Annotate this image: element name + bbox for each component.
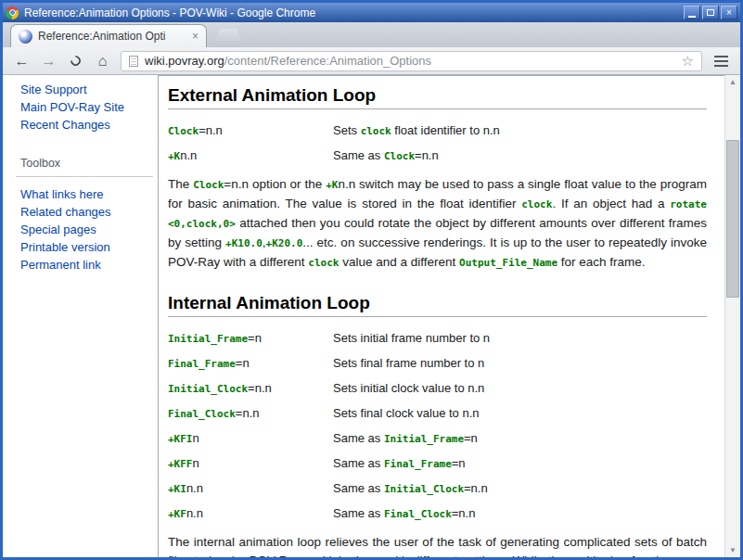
tab-close-icon[interactable]: × [192,31,199,42]
url-host: wiki.povray.org [145,54,224,68]
forward-button[interactable]: → [36,50,61,72]
definition-description: Same as Initial_Frame=n [333,430,707,447]
text-segment: value and a different [339,255,459,269]
window-titlebar[interactable]: Reference:Animation Options - POV-Wiki -… [3,3,740,22]
definition-list-internal: Initial_Frame=n Sets initial frame numbe… [168,330,707,522]
code-segment: Final_Frame [384,458,452,470]
scrollbar-thumb[interactable] [726,140,739,298]
sidebar-nav-list: Site Support Main POV-Ray Site Recent Ch… [20,81,150,134]
text-segment: n [193,431,199,445]
new-tab-button[interactable] [214,29,242,43]
sidebar-link[interactable]: Recent Changes [20,116,150,134]
minimize-icon [688,16,696,18]
text-segment: =n.n [464,481,488,495]
text-segment: =n [464,431,478,445]
definition-description: Sets initial frame number to n [333,330,707,347]
code-segment: Final_Clock [168,408,236,420]
definition-description: Same as Clock=n.n [333,147,707,164]
section-heading-external: External Animation Loop [168,80,707,109]
maximize-button[interactable] [702,6,719,19]
reload-button[interactable] [63,50,88,72]
page-icon [129,56,138,67]
minimize-button[interactable] [684,6,700,19]
code-segment: Initial_Clock [168,383,248,395]
code-segment: Initial_Clock [384,483,464,495]
hamburger-menu-icon [714,56,728,67]
home-icon: ⌂ [98,53,108,70]
text-segment: =n [248,331,262,345]
text-segment: The internal animation loop relieves the… [168,535,707,557]
sidebar-link[interactable]: Main POV-Ray Site [20,98,150,116]
close-button[interactable]: × [721,6,737,19]
back-button[interactable]: ← [9,50,34,72]
tab-title: Reference:Animation Opti [38,30,186,43]
section-heading-internal: Internal Animation Loop [168,287,707,317]
navigation-toolbar: ← → ⌂ wiki.povray.org/content/Reference:… [3,47,740,75]
text-segment: float identifier to n.n [391,123,500,137]
code-segment: +KFI [168,433,193,445]
definition-row: +KFIn Same as Initial_Frame=n [168,430,707,447]
code-segment: Final_Frame [168,358,236,370]
sidebar-link[interactable]: What links here [20,185,150,203]
window-controls: × [684,6,737,19]
paragraph-internal: The internal animation loop relieves the… [168,533,707,557]
definition-row: Initial_Frame=n Sets initial frame numbe… [168,330,707,347]
url-path: /content/Reference:Animation_Options [224,54,431,68]
home-button[interactable]: ⌂ [90,50,115,72]
definition-term: Initial_Frame=n [168,330,333,347]
sidebar-link[interactable]: Special pages [20,221,150,238]
text-segment: Same as [333,506,384,520]
vertical-scrollbar[interactable]: ▲ ▼ [724,75,740,557]
code-segment: +K [168,150,180,162]
address-bar[interactable]: wiki.povray.org/content/Reference:Animat… [121,51,702,71]
chrome-logo-icon [6,6,19,19]
tab-reference-animation-options[interactable]: Reference:Animation Opti × [10,24,207,47]
code-segment: Clock [168,125,199,137]
code-segment: +KF [168,508,186,520]
sidebar-link[interactable]: Related changes [20,203,150,221]
scroll-up-icon[interactable]: ▲ [725,75,740,89]
text-segment: =n.n [452,506,476,520]
text-segment: The [168,177,193,191]
toolbox-list: What links here Related changes Special … [20,185,150,274]
text-segment: Sets final clock value to n.n [333,406,480,420]
text-segment: =n.n [415,148,439,162]
definition-term: Clock=n.n [168,122,333,139]
text-segment: Sets initial clock value to n.n [333,381,484,395]
code-segment: +K20.0 [266,237,303,249]
sidebar-link[interactable]: Permanent link [20,256,150,274]
code-segment: +K10.0 [225,237,263,249]
definition-row: Initial_Clock=n.n Sets initial clock val… [168,380,707,397]
code-segment: +KI [168,483,186,495]
sidebar-link[interactable]: Printable version [20,238,150,256]
code-segment: Final_Clock [384,508,452,520]
toolbox-divider [16,176,153,177]
scroll-down-icon[interactable]: ▼ [725,543,740,557]
text-segment: . If an object had a [552,197,670,210]
definition-row: Final_Clock=n.n Sets final clock value t… [168,405,707,422]
code-segment: clock [521,198,552,210]
definition-term: +KFIn [168,430,333,447]
code-segment: +KFF [168,458,193,470]
bookmark-star-icon[interactable]: ☆ [682,54,694,68]
definition-row: Final_Frame=n Sets final frame number to… [168,355,707,372]
article-body: External Animation Loop Clock=n.n Sets c… [158,75,724,557]
text-segment: Sets [333,123,361,137]
definition-term: Initial_Clock=n.n [168,380,333,397]
definition-term: +KIn.n [168,480,333,497]
code-segment: Initial_Frame [168,333,248,345]
text-segment: =n.n option or the [224,177,326,191]
text-segment: =n.n [199,123,223,137]
definition-term: Final_Frame=n [168,355,333,372]
menu-button[interactable] [708,50,734,72]
definition-row: +KIn.n Same as Initial_Clock=n.n [168,480,707,497]
sidebar-link[interactable]: Site Support [20,81,150,98]
definition-description: Same as Final_Frame=n [333,455,707,472]
back-icon: ← [15,53,30,70]
definition-description: Sets clock float identifier to n.n [333,122,707,139]
text-segment: n.n [186,506,203,520]
povwiki-favicon-icon [19,30,32,44]
paragraph-external: The Clock=n.n option or the +Kn.n switch… [168,175,707,273]
url-text: wiki.povray.org/content/Reference:Animat… [145,54,431,68]
code-segment: +K [326,179,338,191]
